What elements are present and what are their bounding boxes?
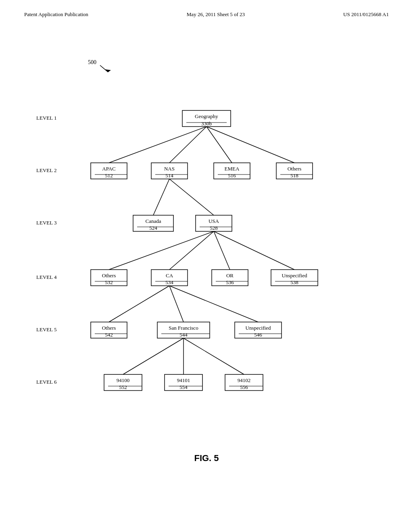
- page-header: Patent Application Publication May 26, 2…: [0, 0, 413, 18]
- svg-text:CA: CA: [166, 272, 173, 278]
- diagram-number: 500: [88, 59, 96, 65]
- svg-line-12: [109, 286, 169, 322]
- svg-text:512: 512: [105, 172, 113, 179]
- svg-text:EMEA: EMEA: [225, 166, 240, 172]
- svg-line-11: [214, 231, 294, 270]
- svg-text:516: 516: [228, 172, 236, 179]
- svg-text:Others: Others: [102, 325, 116, 331]
- svg-text:542: 542: [105, 332, 113, 338]
- svg-text:524: 524: [149, 225, 157, 231]
- svg-line-7: [169, 179, 214, 215]
- svg-text:USA: USA: [209, 218, 219, 224]
- svg-text:554: 554: [179, 384, 188, 390]
- level2-label: LEVEL 2: [36, 167, 56, 173]
- svg-line-17: [184, 338, 244, 374]
- figure-caption: FIG. 5: [0, 453, 413, 476]
- svg-text:552: 552: [119, 384, 127, 390]
- svg-text:536: 536: [226, 279, 234, 285]
- svg-text:94101: 94101: [177, 377, 190, 383]
- svg-line-13: [169, 286, 184, 322]
- svg-text:NAS: NAS: [164, 166, 175, 172]
- svg-text:Geography: Geography: [195, 113, 218, 119]
- svg-line-0: [100, 65, 108, 72]
- svg-text:330b: 330b: [201, 121, 212, 127]
- svg-text:546: 546: [254, 332, 262, 338]
- svg-text:518: 518: [290, 172, 298, 179]
- svg-line-6: [153, 179, 169, 215]
- svg-line-5: [206, 127, 294, 163]
- svg-text:Unspecified: Unspecified: [246, 325, 271, 331]
- svg-line-3: [169, 127, 206, 163]
- header-left: Patent Application Publication: [24, 11, 88, 18]
- svg-text:532: 532: [105, 279, 113, 285]
- svg-text:Others: Others: [288, 166, 302, 172]
- svg-line-9: [169, 231, 214, 270]
- svg-line-10: [214, 231, 230, 270]
- svg-text:556: 556: [240, 384, 248, 390]
- svg-text:OR: OR: [226, 272, 234, 278]
- svg-text:94100: 94100: [117, 377, 130, 383]
- level6-label: LEVEL 6: [36, 379, 57, 385]
- svg-text:94102: 94102: [238, 377, 251, 383]
- svg-text:Others: Others: [102, 272, 116, 278]
- svg-text:544: 544: [179, 332, 188, 338]
- svg-marker-1: [105, 69, 111, 72]
- svg-line-2: [109, 127, 206, 163]
- svg-text:San Francisco: San Francisco: [169, 325, 198, 331]
- svg-text:538: 538: [290, 279, 298, 285]
- svg-text:514: 514: [165, 172, 173, 179]
- svg-text:Canada: Canada: [146, 218, 161, 224]
- header-center: May 26, 2011 Sheet 5 of 23: [187, 11, 245, 18]
- svg-text:528: 528: [210, 225, 218, 231]
- svg-line-8: [109, 231, 214, 270]
- level5-label: LEVEL 5: [36, 326, 56, 332]
- svg-line-15: [123, 338, 184, 374]
- level1-label: LEVEL 1: [36, 115, 56, 121]
- svg-line-14: [169, 286, 258, 322]
- level4-label: LEVEL 4: [36, 274, 57, 280]
- level3-label: LEVEL 3: [36, 220, 56, 226]
- svg-text:534: 534: [165, 279, 173, 285]
- svg-text:Unspecified: Unspecified: [282, 272, 307, 278]
- header-right: US 2011/0125668 A1: [343, 11, 389, 18]
- diagram-container: 500 LEVEL 1 LEVEL 2 LEVEL 3 LEVEL 4 LEVE…: [0, 26, 413, 449]
- svg-text:APAC: APAC: [102, 166, 115, 172]
